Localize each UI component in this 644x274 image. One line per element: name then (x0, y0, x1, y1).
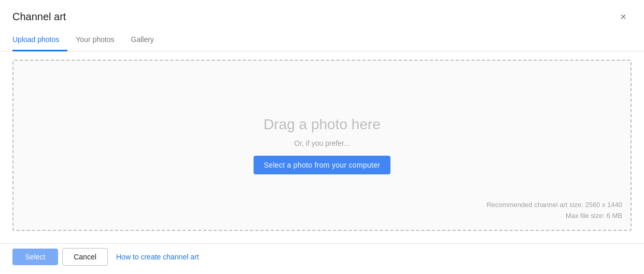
tab-your-photos[interactable]: Your photos (67, 29, 122, 51)
how-to-create-link[interactable]: How to create channel art (116, 253, 199, 261)
close-button[interactable]: × (615, 8, 632, 25)
select-button[interactable]: Select (12, 249, 58, 265)
tab-upload-photos[interactable]: Upload photos (12, 29, 67, 51)
drag-photo-text: Drag a photo here (263, 116, 381, 133)
max-file-size-text: Max file size: 6 MB (486, 211, 622, 222)
dialog-footer: Select Cancel How to create channel art (0, 243, 644, 274)
dialog-body: Drag a photo here Or, if you prefer... S… (0, 51, 644, 243)
or-prefer-text: Or, if you prefer... (294, 139, 349, 147)
recommendations: Recommended channel art size: 2560 x 144… (486, 200, 622, 222)
recommended-size-text: Recommended channel art size: 2560 x 144… (486, 200, 622, 211)
dialog-title: Channel art (12, 11, 66, 23)
upload-drop-zone[interactable]: Drag a photo here Or, if you prefer... S… (12, 60, 632, 231)
cancel-button[interactable]: Cancel (62, 248, 108, 266)
dialog-header: Channel art × (0, 0, 644, 29)
tab-gallery[interactable]: Gallery (123, 29, 162, 51)
channel-art-dialog: Channel art × Upload photos Your photos … (0, 0, 644, 274)
tabs-bar: Upload photos Your photos Gallery (0, 29, 644, 51)
select-photo-from-computer-button[interactable]: Select a photo from your computer (254, 156, 391, 174)
